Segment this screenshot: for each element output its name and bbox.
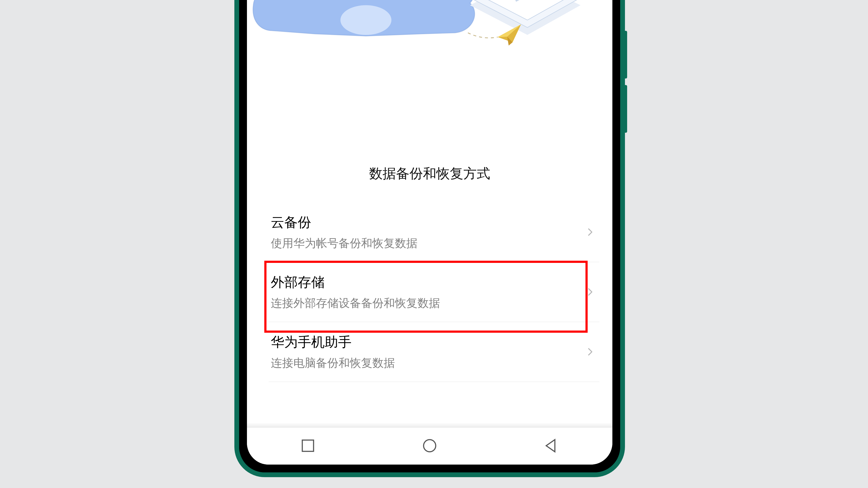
svg-rect-11 [302,440,314,451]
svg-marker-10 [507,37,512,45]
volume-up-button[interactable] [624,31,627,78]
chevron-right-icon [586,227,595,237]
svg-marker-9 [498,24,521,37]
backup-options-list: 云备份 使用华为帐号备份和恢复数据 外部存储 连接外部存储设备备份和恢复数据 华… [269,202,599,382]
svg-marker-1 [470,0,581,35]
svg-marker-2 [470,0,581,28]
svg-marker-3 [470,0,581,20]
hero-illustration [247,0,612,47]
phone-screen: 数据备份和恢复方式 云备份 使用华为帐号备份和恢复数据 外部存储 连接外部存储设… [247,0,612,464]
android-nav-bar [247,428,612,464]
row-title: 云备份 [271,213,597,231]
nav-back-icon[interactable] [544,438,559,454]
row-external-storage[interactable]: 外部存储 连接外部存储设备备份和恢复数据 [269,262,599,322]
nav-recent-icon[interactable] [300,438,316,454]
volume-down-button[interactable] [624,85,627,133]
svg-marker-13 [546,440,555,452]
row-title: 外部存储 [271,273,597,291]
row-cloud-backup[interactable]: 云备份 使用华为帐号备份和恢复数据 [269,202,599,262]
row-title: 华为手机助手 [271,333,597,351]
svg-line-7 [516,0,562,1]
paper-plane-icon [468,24,521,45]
row-desc: 连接外部存储设备备份和恢复数据 [271,296,597,311]
phone-frame: 数据备份和恢复方式 云备份 使用华为帐号备份和恢复数据 外部存储 连接外部存储设… [235,0,625,477]
cloud-icon [253,0,476,36]
chevron-right-icon [586,287,595,297]
row-desc: 连接电脑备份和恢复数据 [271,356,597,371]
documents-icon [470,0,581,35]
phone-bezel: 数据备份和恢复方式 云备份 使用华为帐号备份和恢复数据 外部存储 连接外部存储设… [239,0,620,473]
svg-point-0 [340,5,392,35]
row-hisuite[interactable]: 华为手机助手 连接电脑备份和恢复数据 [269,322,599,382]
nav-home-icon[interactable] [422,438,437,454]
section-title: 数据备份和恢复方式 [247,164,612,183]
svg-point-12 [424,440,436,452]
svg-marker-8 [498,24,521,42]
row-desc: 使用华为帐号备份和恢复数据 [271,236,597,251]
chevron-right-icon [586,347,595,357]
